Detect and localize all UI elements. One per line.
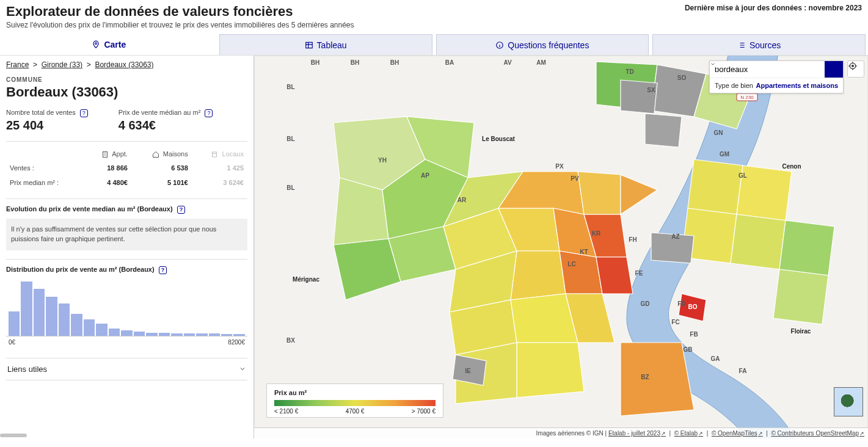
distribution-title: Distribution du prix de vente au m² (Bor…	[6, 266, 155, 273]
useful-links-label: Liens utiles	[7, 365, 47, 374]
breadcrumb-departement[interactable]: Gironde (33)	[42, 60, 82, 69]
distribution-bar	[233, 334, 244, 336]
property-type-value: Appartements et maisons	[756, 82, 838, 89]
svg-point-0	[95, 43, 97, 45]
distribution-bar	[109, 329, 120, 336]
cell-ventes-locaux: 1 425	[192, 161, 247, 175]
evolution-empty-message: Il n'y a pas suffisamment de ventes sur …	[6, 219, 247, 250]
attrib-etalab[interactable]: © Etalab↗	[674, 430, 704, 437]
tab-tableau[interactable]: Tableau	[219, 34, 432, 55]
map-canvas[interactable]: Le Bouscat Mérignac Cenon Floirac BHBHBH…	[254, 56, 868, 438]
col-locaux: Locaux	[222, 150, 244, 158]
map-pin-icon	[92, 40, 100, 49]
distribution-bar	[71, 314, 82, 336]
evolution-title: Evolution du prix de vente median au m² …	[6, 205, 173, 213]
distribution-axis-max: 8200€	[228, 339, 245, 346]
breadcrumb-france[interactable]: France	[6, 60, 29, 69]
place-title: Bordeaux (33063)	[6, 84, 247, 100]
search-panel: Type de bien Appartements et maisons	[709, 60, 844, 93]
col-appt: Appt.	[112, 150, 128, 158]
tab-faq[interactable]: Questions fréquentes	[436, 34, 649, 55]
attrib-etalab-date[interactable]: Etalab - juillet 2023↗	[608, 430, 666, 437]
building-icon	[101, 151, 109, 158]
svg-point-49	[852, 65, 854, 67]
distribution-bar	[196, 333, 207, 336]
table-row: Prix median m² : 4 480€ 5 101€ 3 624€	[6, 175, 247, 190]
attrib-osm[interactable]: © Contributeurs OpenStreetMap↗	[771, 430, 864, 437]
page-title: Explorateur de données de valeurs fonciè…	[6, 4, 293, 20]
tab-sources[interactable]: Sources	[652, 34, 866, 55]
distribution-bar	[159, 333, 170, 336]
col-maisons: Maisons	[163, 150, 188, 158]
svg-text:N 230: N 230	[740, 95, 754, 100]
cell-prix-maisons: 5 101€	[131, 175, 192, 190]
kpi-price-label: Prix de vente médian au m²	[119, 109, 201, 116]
search-input[interactable]	[710, 61, 825, 78]
distribution-bar	[146, 333, 157, 336]
legend-max: > 7000 €	[412, 408, 436, 415]
road-tag: N 230	[737, 93, 757, 101]
horizontal-scrollbar[interactable]	[0, 434, 27, 437]
table-row: Ventes : 18 866 6 538 1 425	[6, 161, 247, 175]
distribution-bar	[121, 330, 132, 336]
cell-prix-locaux: 3 624€	[192, 175, 247, 190]
distribution-bar	[96, 324, 107, 336]
distribution-bar	[21, 282, 32, 336]
svg-rect-3	[103, 152, 107, 158]
kpi-sales-label: Nombre total de ventes	[6, 109, 76, 116]
kpi-price-value: 4 634€	[119, 118, 213, 133]
list-icon	[737, 41, 746, 49]
help-distribution-icon[interactable]: ?	[159, 266, 167, 274]
distribution-axis-min: 0€	[9, 339, 15, 346]
property-type-selector[interactable]: Type de bien Appartements et maisons	[710, 78, 843, 93]
cell-ventes-maisons: 6 538	[131, 161, 192, 175]
table-icon	[305, 41, 313, 49]
attrib-prefix: Images aériennes © IGN |	[536, 430, 608, 437]
cell-prix-appt: 4 480€	[84, 175, 131, 190]
distribution-bar	[171, 333, 182, 336]
legend-min: < 2100 €	[274, 408, 298, 415]
useful-links-toggle[interactable]: Liens utiles	[6, 358, 247, 380]
distribution-bar	[84, 319, 95, 336]
geolocate-button[interactable]	[847, 60, 864, 78]
tab-sources-label: Sources	[749, 40, 781, 50]
kpi-sales-value: 25 404	[6, 118, 88, 133]
level-label: COMMUNE	[6, 76, 247, 83]
breadcrumb: France > Gironde (33) > Bordeaux (33063)	[6, 60, 247, 69]
tab-carte[interactable]: Carte	[2, 34, 216, 55]
info-icon	[495, 41, 504, 49]
row-ventes-label: Ventes :	[6, 161, 84, 175]
minimap-button[interactable]	[834, 387, 863, 416]
row-prix-label: Prix median m² :	[6, 175, 84, 190]
breakdown-table: Appt. Maisons Locaux Ventes : 18 866	[6, 148, 247, 190]
distribution-bar	[184, 333, 195, 336]
distribution-bar	[134, 332, 145, 336]
store-icon	[211, 151, 218, 158]
tab-tableau-label: Tableau	[317, 40, 347, 50]
side-panel: France > Gironde (33) > Bordeaux (33063)…	[0, 56, 254, 438]
distribution-bar	[9, 311, 20, 336]
crosshair-icon	[848, 61, 858, 71]
distribution-bar	[221, 334, 232, 336]
chevron-down-icon	[710, 61, 716, 67]
page-subtitle: Suivez l'évolution des prix de l'immobil…	[0, 21, 868, 34]
distribution-bar	[46, 297, 57, 336]
distribution-bar	[209, 333, 220, 336]
breadcrumb-commune[interactable]: Bordeaux (33063)	[95, 60, 153, 69]
property-type-label: Type de bien	[715, 82, 753, 89]
chevron-down-icon	[239, 365, 246, 372]
attrib-openmaptiles[interactable]: © OpenMapTiles↗	[712, 430, 763, 437]
data-update-label: Dernière mise à jour des données : novem…	[685, 4, 862, 12]
search-button[interactable]	[825, 61, 843, 78]
map-attribution: Images aériennes © IGN | Etalab - juille…	[254, 427, 868, 438]
legend-mid: 4700 €	[346, 408, 365, 415]
help-price-icon[interactable]: ?	[205, 109, 213, 117]
help-evolution-icon[interactable]: ?	[177, 206, 186, 214]
tab-carte-label: Carte	[104, 40, 126, 49]
distribution-bar	[59, 303, 70, 336]
legend-title: Prix au m²	[274, 389, 436, 396]
home-icon	[152, 151, 159, 158]
svg-rect-1	[305, 42, 312, 48]
help-sales-icon[interactable]: ?	[80, 109, 88, 117]
distribution-chart	[6, 282, 247, 336]
